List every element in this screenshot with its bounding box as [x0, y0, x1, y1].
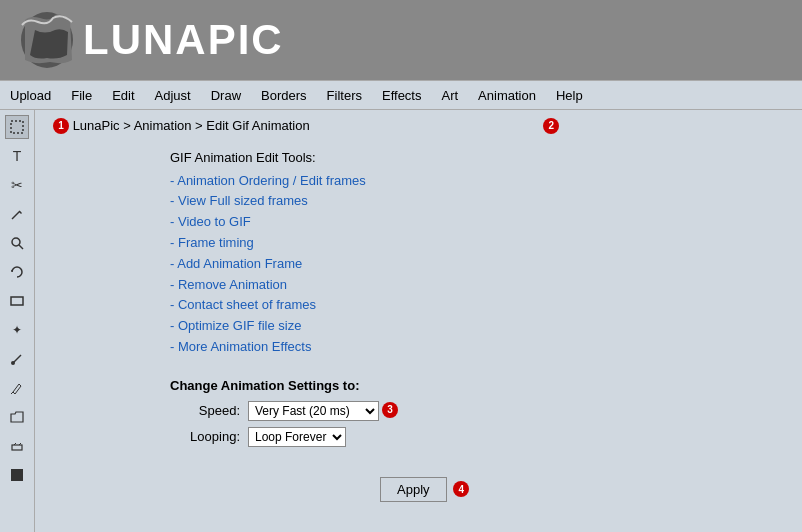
logo-text: LUNAPIC — [83, 16, 284, 64]
menu-edit[interactable]: Edit — [102, 86, 144, 105]
svg-rect-7 — [11, 297, 23, 305]
apply-button[interactable]: Apply — [380, 477, 447, 502]
menu-adjust[interactable]: Adjust — [145, 86, 201, 105]
tool-rotate[interactable] — [5, 260, 29, 284]
content-area: 1 LunaPic > Animation > Edit Gif Animati… — [35, 110, 802, 532]
link-remove-animation[interactable]: - Remove Animation — [170, 275, 787, 296]
header: LUNAPIC — [0, 0, 802, 80]
looping-row: Looping: Loop Forever Play Once Loop 2x … — [170, 427, 787, 447]
svg-line-2 — [12, 211, 20, 219]
link-more-effects[interactable]: - More Animation Effects — [170, 337, 787, 358]
tools-title: GIF Animation Edit Tools: — [170, 150, 787, 165]
settings-section: Change Animation Settings to: Speed: Ver… — [170, 378, 787, 447]
tool-zoom[interactable] — [5, 231, 29, 255]
tool-pen[interactable] — [5, 376, 29, 400]
sidebar: T ✂ ✦ — [0, 110, 35, 532]
menu-filters[interactable]: Filters — [317, 86, 372, 105]
tool-text[interactable]: T — [5, 144, 29, 168]
tool-folder[interactable] — [5, 405, 29, 429]
speed-label: Speed: — [170, 403, 240, 418]
svg-line-5 — [19, 245, 23, 249]
looping-label: Looping: — [170, 429, 240, 444]
menu-help[interactable]: Help — [546, 86, 593, 105]
link-full-sized-frames[interactable]: - View Full sized frames — [170, 191, 787, 212]
menu-animation[interactable]: Animation — [468, 86, 546, 105]
link-video-to-gif[interactable]: - Video to GIF — [170, 212, 787, 233]
speed-row: Speed: Very Fast (20 ms) Fast (50 ms) No… — [170, 401, 787, 421]
menu-effects[interactable]: Effects — [372, 86, 432, 105]
menu-art[interactable]: Art — [431, 86, 468, 105]
tool-pencil[interactable] — [5, 202, 29, 226]
logo-icon — [20, 10, 75, 70]
link-frame-timing[interactable]: - Frame timing — [170, 233, 787, 254]
badge-4: 4 — [453, 481, 469, 497]
tool-erase[interactable] — [5, 434, 29, 458]
tool-star[interactable]: ✦ — [5, 318, 29, 342]
menu-draw[interactable]: Draw — [201, 86, 251, 105]
link-optimize-gif[interactable]: - Optimize GIF file size — [170, 316, 787, 337]
logo-area: LUNAPIC — [0, 0, 350, 80]
menu-bar: Upload File Edit Adjust Draw Borders Fil… — [0, 80, 802, 110]
looping-select[interactable]: Loop Forever Play Once Loop 2x Loop 3x — [248, 427, 346, 447]
tool-select[interactable] — [5, 115, 29, 139]
svg-rect-1 — [11, 121, 23, 133]
link-add-frame[interactable]: - Add Animation Frame — [170, 254, 787, 275]
main-layout: T ✂ ✦ — [0, 110, 802, 532]
svg-rect-14 — [11, 469, 23, 481]
tool-scissors[interactable]: ✂ — [5, 173, 29, 197]
svg-line-10 — [11, 392, 13, 394]
menu-file[interactable]: File — [61, 86, 102, 105]
tool-brush[interactable] — [5, 347, 29, 371]
breadcrumb: 1 LunaPic > Animation > Edit Gif Animati… — [50, 118, 787, 135]
badge-2: 2 — [543, 118, 559, 134]
badge-1: 1 — [53, 118, 69, 134]
speed-select[interactable]: Very Fast (20 ms) Fast (50 ms) Normal (1… — [248, 401, 379, 421]
link-animation-ordering[interactable]: - Animation Ordering / Edit frames — [170, 171, 787, 192]
link-contact-sheet[interactable]: - Contact sheet of frames — [170, 295, 787, 316]
breadcrumb-text: LunaPic > Animation > Edit Gif Animation — [73, 118, 310, 133]
apply-area: Apply 4 — [215, 462, 787, 502]
svg-rect-11 — [12, 445, 22, 450]
svg-point-9 — [11, 361, 15, 365]
tool-fill[interactable] — [5, 463, 29, 487]
tools-section: GIF Animation Edit Tools: - Animation Or… — [170, 150, 787, 358]
tool-rect[interactable] — [5, 289, 29, 313]
menu-upload[interactable]: Upload — [0, 86, 61, 105]
badge-3: 3 — [382, 402, 398, 418]
menu-borders[interactable]: Borders — [251, 86, 317, 105]
settings-title: Change Animation Settings to: — [170, 378, 787, 393]
svg-point-4 — [12, 238, 20, 246]
